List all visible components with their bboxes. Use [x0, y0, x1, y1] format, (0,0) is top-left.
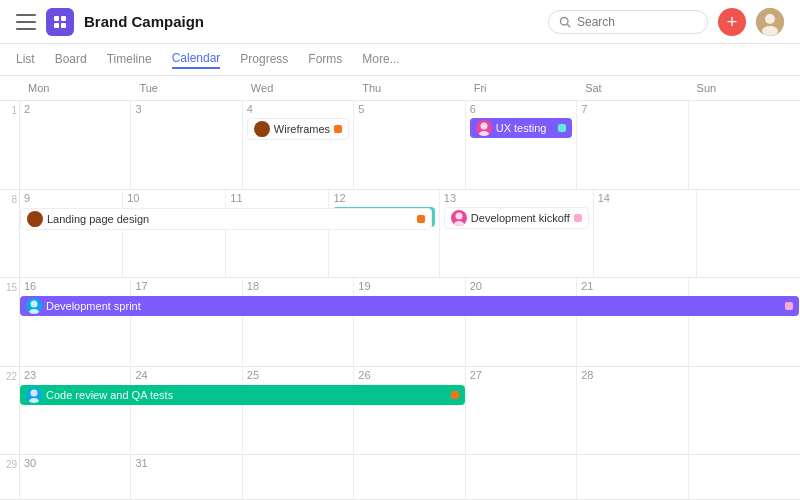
svg-point-7: [765, 14, 775, 24]
event-code-review[interactable]: Code review and QA tests: [20, 385, 465, 405]
day-header-wed: Wed: [243, 76, 354, 100]
event-label-dev-sprint: Development sprint: [46, 300, 141, 312]
header-right: +: [548, 8, 784, 36]
day-cell-14: 14: [594, 190, 697, 278]
event-dot-dev-sprint: [785, 302, 793, 310]
event-label-ux-testing: UX testing: [496, 122, 547, 134]
day-cell-4: 4 Wireframes: [243, 101, 354, 189]
week-row-8: 8 9 Landing page design: [0, 190, 800, 279]
svg-point-22: [29, 398, 39, 403]
svg-point-11: [480, 123, 487, 130]
day-cell-w5-4: [354, 455, 465, 499]
day-header-mon: Mon: [20, 76, 131, 100]
day-cell-17: 17: [131, 278, 242, 366]
event-landing-page[interactable]: Landing page design: [20, 208, 432, 230]
day-cell-21: 21: [577, 278, 688, 366]
calendar-body: 1 2 3 4 Wireframes 5 6: [0, 101, 800, 500]
week-row-22: 22 23 Code review and QA tests: [0, 367, 800, 456]
svg-point-8: [762, 26, 778, 36]
day-cell-12: 12 Copywriting: [329, 190, 439, 278]
day-header-thu: Thu: [354, 76, 465, 100]
tab-forms[interactable]: Forms: [308, 52, 342, 68]
search-icon: [559, 16, 571, 28]
event-avatar-dev-sprint: [26, 298, 42, 314]
svg-rect-2: [54, 23, 59, 28]
event-avatar-dev-kickoff: [451, 210, 467, 226]
week-col-header: [0, 76, 20, 100]
event-dot-landing: [417, 215, 425, 223]
event-dot-code-review: [451, 391, 459, 399]
svg-point-18: [454, 221, 464, 226]
day-cell-11: 11: [226, 190, 329, 278]
event-label-dev-kickoff: Development kickoff: [471, 212, 570, 224]
tab-more[interactable]: More...: [362, 52, 399, 68]
day-cell-16: 16 Development sprint: [20, 278, 131, 366]
day-cell-23: 23 Code review and QA tests: [20, 367, 131, 455]
event-label-landing: Landing page design: [47, 213, 149, 225]
svg-point-12: [479, 131, 489, 136]
svg-point-14: [30, 222, 40, 227]
search-input[interactable]: [577, 15, 697, 29]
week-num-22: 22: [0, 367, 20, 455]
tab-calendar[interactable]: Calendar: [172, 51, 221, 69]
event-wireframes[interactable]: Wireframes: [247, 118, 349, 140]
event-avatar-landing: [27, 211, 43, 227]
add-button[interactable]: +: [718, 8, 746, 36]
day-cell-w5-3: [243, 455, 354, 499]
day-cell-18: 18: [243, 278, 354, 366]
event-dev-kickoff[interactable]: Development kickoff: [444, 207, 589, 229]
day-cell-13: 13 Development kickoff: [440, 190, 594, 278]
app-icon: [46, 8, 74, 36]
tab-board[interactable]: Board: [55, 52, 87, 68]
search-bar[interactable]: [548, 10, 708, 34]
event-avatar-ux-testing: [476, 120, 492, 136]
tab-timeline[interactable]: Timeline: [107, 52, 152, 68]
day-cell-24: 24: [131, 367, 242, 455]
svg-rect-0: [54, 16, 59, 21]
day-cell-6: 6 UX testing: [466, 101, 577, 189]
week-row-29: 29 30 31: [0, 455, 800, 500]
svg-point-10: [257, 132, 267, 137]
svg-point-19: [31, 301, 38, 308]
tab-progress[interactable]: Progress: [240, 52, 288, 68]
event-label-wireframes: Wireframes: [274, 123, 330, 135]
event-dot-wireframes: [334, 125, 342, 133]
day-cell-w5-6: [577, 455, 688, 499]
day-cell-28: 28: [577, 367, 688, 455]
tab-list[interactable]: List: [16, 52, 35, 68]
day-cell-7: 7: [577, 101, 688, 189]
event-avatar-wireframes: [254, 121, 270, 137]
week-num-29: 29: [0, 455, 20, 499]
event-dev-sprint[interactable]: Development sprint: [20, 296, 799, 316]
day-header-sun: Sun: [689, 76, 800, 100]
week-num-1: 1: [0, 101, 20, 189]
day-cell-3: 3: [131, 101, 242, 189]
event-dot-dev-kickoff: [574, 214, 582, 222]
svg-point-9: [258, 124, 265, 131]
nav-tabs: List Board Timeline Calendar Progress Fo…: [0, 44, 800, 76]
menu-icon[interactable]: [16, 14, 36, 30]
week-num-8: 8: [0, 190, 20, 278]
day-cell-2: 2: [20, 101, 131, 189]
svg-point-13: [32, 213, 39, 220]
event-dot-ux-testing: [558, 124, 566, 132]
header-left: Brand Campaign: [16, 8, 204, 36]
week-row-1: 1 2 3 4 Wireframes 5 6: [0, 101, 800, 190]
day-cell-9: 9 Landing page design: [20, 190, 123, 278]
svg-point-21: [31, 389, 38, 396]
day-cell-10: 10: [123, 190, 226, 278]
event-ux-testing[interactable]: UX testing: [470, 118, 572, 138]
svg-point-17: [455, 212, 462, 219]
day-cell-27: 27: [466, 367, 577, 455]
day-cell-20: 20: [466, 278, 577, 366]
day-cell-19: 19: [354, 278, 465, 366]
event-label-code-review: Code review and QA tests: [46, 389, 173, 401]
svg-point-20: [29, 309, 39, 314]
avatar: [756, 8, 784, 36]
day-cell-30: 30: [20, 455, 131, 499]
svg-rect-3: [61, 23, 66, 28]
day-cell-w5-5: [466, 455, 577, 499]
day-cell-5: 5: [354, 101, 465, 189]
page-title: Brand Campaign: [84, 13, 204, 30]
svg-rect-1: [61, 16, 66, 21]
